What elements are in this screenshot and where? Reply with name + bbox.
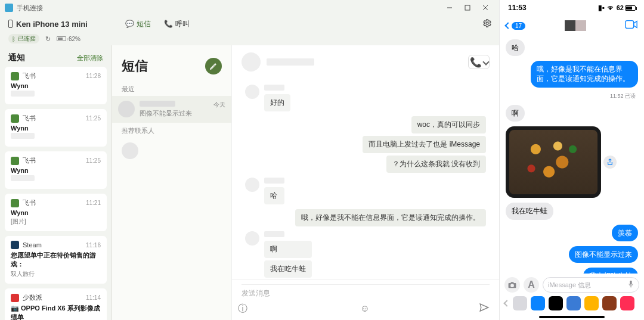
facetime-button[interactable] xyxy=(625,20,638,32)
imessage-list[interactable]: 哈哦，好像是我不能在信息界面，它是读通知完成的操作。11:52 已读啊我在吃牛蛙… xyxy=(500,36,644,274)
sms-thread[interactable]: 图像不能显示过来 今天 xyxy=(112,96,231,123)
unread-badge: 17 xyxy=(512,22,525,30)
window-titlebar: 手机连接 xyxy=(0,0,499,15)
chevron-left-icon xyxy=(504,22,511,29)
message-list[interactable]: 好的woc，真的可以同步而且电脑上发过去了也是 iMessage？为什么这条我就… xyxy=(232,79,499,279)
message-bubble[interactable]: 我在吃牛蛙 xyxy=(264,260,312,278)
message-bubble[interactable]: 而且电脑上发过去了也是 iMessage xyxy=(363,136,486,153)
message-row: woc，真的可以同步而且电脑上发过去了也是 iMessage？为什么这条我就 没… xyxy=(245,116,486,173)
notif-body xyxy=(11,91,101,98)
settings-button[interactable] xyxy=(482,21,492,30)
notification-item[interactable]: 飞书11:28 Wynn xyxy=(5,67,107,104)
message-bubble[interactable]: ？为什么这条我就 没有收到 xyxy=(386,156,486,173)
appstore-button[interactable]: A xyxy=(524,277,539,293)
imessage-bubble[interactable]: 羡慕 xyxy=(612,225,638,241)
contact-avatar[interactable] xyxy=(122,142,138,159)
clear-all-link[interactable]: 全部清除 xyxy=(77,54,103,63)
compose-button[interactable] xyxy=(205,58,222,74)
imessage-bubble[interactable]: 图像不能显示过来 xyxy=(569,246,638,263)
strip-prev-icon[interactable] xyxy=(503,300,510,306)
app-icon xyxy=(11,241,19,249)
camera-button[interactable] xyxy=(504,277,520,293)
maximize-button[interactable] xyxy=(459,2,476,14)
notif-title: Wynn xyxy=(11,82,101,89)
app-icon xyxy=(11,72,19,80)
home-indicator[interactable] xyxy=(500,314,644,320)
image-attachment[interactable] xyxy=(506,126,601,198)
imessage-bubble[interactable]: 啊 xyxy=(506,105,525,122)
send-button[interactable] xyxy=(479,302,490,315)
contact-avatar[interactable] xyxy=(565,20,586,31)
composer: 发送消息 ⓘ ☺ xyxy=(232,279,499,320)
notif-time: 11:28 xyxy=(86,73,101,79)
section-recent: 最近 xyxy=(112,81,231,96)
minimize-button[interactable] xyxy=(441,2,459,14)
app-name: 飞书 xyxy=(23,156,36,165)
message-input[interactable]: 发送消息 xyxy=(242,284,490,299)
tab-sms[interactable]: 💬 短信 xyxy=(124,17,152,32)
message-bubble[interactable]: 好的 xyxy=(264,94,290,111)
imessage-app-icon[interactable] xyxy=(531,296,545,310)
imessage-input[interactable]: iMessage 信息 xyxy=(543,277,639,293)
contact-name-redacted xyxy=(140,101,175,107)
notif-time: 11:25 xyxy=(86,157,101,164)
imessage-app-strip[interactable] xyxy=(500,295,644,314)
notif-body: 双人旅行 xyxy=(11,270,101,278)
imessage-bubble[interactable]: 哈 xyxy=(506,39,525,56)
sms-icon: 💬 xyxy=(125,20,134,28)
notification-item[interactable]: 飞书11:25 Wynn xyxy=(5,109,107,147)
notification-item[interactable]: 少数派11:14 📷 OPPO Find X6 系列影像成绩单 14 位少数派共… xyxy=(5,288,107,320)
imessage-app-icon[interactable] xyxy=(549,296,563,310)
notif-title: Wynn xyxy=(11,167,101,174)
battery-indicator: 62 xyxy=(617,4,636,11)
topbar: Ken iPhone 13 mini 💬 短信 📞 呼叫 xyxy=(0,15,499,32)
wifi-icon xyxy=(606,4,614,12)
battery-status: 62% xyxy=(57,36,80,42)
message-bubble[interactable]: 哈 xyxy=(264,187,284,204)
imessage-app-icon[interactable] xyxy=(620,296,634,310)
refresh-button[interactable]: ↻ xyxy=(45,35,51,43)
call-button[interactable]: 📞 xyxy=(468,55,490,69)
app-name: 飞书 xyxy=(23,198,36,207)
notification-item[interactable]: Steam11:16 您愿望单中正在特价销售的游戏： 双人旅行 xyxy=(5,236,107,284)
message-row: 哦，好像是我不能在信息界面，它是读通知完成的操作。 xyxy=(245,209,486,226)
avatar xyxy=(118,101,135,117)
app-name: 少数派 xyxy=(23,293,42,302)
notif-time: 11:25 xyxy=(86,115,101,122)
message-row: 啊我在吃牛蛙 xyxy=(245,231,486,278)
dictation-icon[interactable] xyxy=(628,280,634,290)
emoji-button[interactable]: ☺ xyxy=(360,303,370,314)
notification-list[interactable]: 飞书11:28 Wynn 飞书11:25 Wynn 飞书11:25 Wynn 飞… xyxy=(0,67,112,320)
suggested-contacts xyxy=(112,138,231,164)
app-icon xyxy=(11,199,19,207)
sms-header: 短信 xyxy=(122,57,148,75)
device-name: Ken iPhone 13 mini xyxy=(0,20,112,29)
notification-pane: 通知 全部清除 飞书11:28 Wynn 飞书11:25 Wynn 飞书11:2… xyxy=(0,45,112,320)
close-button[interactable] xyxy=(476,2,494,14)
app-icon xyxy=(11,294,19,302)
avatar xyxy=(245,231,259,246)
imessage-app-icon[interactable] xyxy=(566,296,581,310)
tab-calls[interactable]: 📞 呼叫 xyxy=(163,17,191,32)
chat-avatar[interactable] xyxy=(242,52,261,72)
info-icon[interactable]: ⓘ xyxy=(238,303,247,315)
connection-status: ᛒ 已连接 xyxy=(8,34,39,44)
imessage-bubble[interactable]: 哦，好像是我不能在信息界面，它是读通知完成的操作。 xyxy=(531,61,638,87)
imessage-bubble[interactable]: 我也想吃牛蛙 xyxy=(583,268,638,274)
message-row: 哈 xyxy=(245,178,486,204)
sms-list-pane: 短信 最近 图像不能显示过来 今天 推荐联系人 xyxy=(112,45,231,320)
imessage-app-icon[interactable] xyxy=(602,296,617,310)
message-bubble[interactable]: 哦，好像是我不能在信息界面，它是读通知完成的操作。 xyxy=(295,209,486,226)
notification-item[interactable]: 飞书11:25 Wynn xyxy=(5,151,107,189)
notif-title: Wynn xyxy=(11,209,101,216)
imessage-app-icon[interactable] xyxy=(584,296,599,310)
imessage-app-icon[interactable] xyxy=(513,296,527,310)
window-title: 手机连接 xyxy=(17,4,43,13)
back-button[interactable]: 17 xyxy=(506,22,525,30)
notification-item[interactable]: 飞书11:21 Wynn [图片] xyxy=(5,194,107,231)
message-bubble[interactable]: woc，真的可以同步 xyxy=(411,116,486,133)
message-bubble[interactable]: 啊 xyxy=(264,241,312,258)
iphone-screenshot: 11:53 ▮▪ 62 17 哈哦，好像是我不能在信息界面，它是读通知完成的操作… xyxy=(499,0,644,320)
notif-time: 11:16 xyxy=(86,242,101,248)
share-button[interactable] xyxy=(603,156,617,169)
